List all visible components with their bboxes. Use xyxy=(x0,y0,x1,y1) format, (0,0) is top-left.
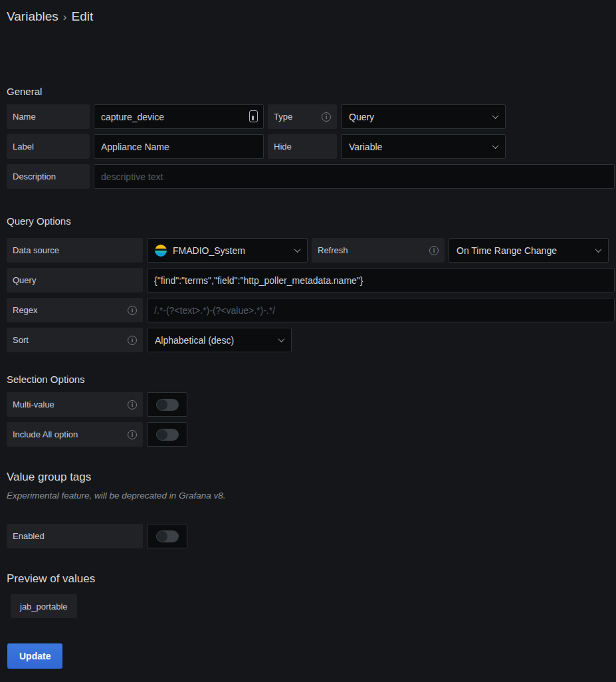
refresh-label: Refresh xyxy=(312,238,445,263)
variables-edit-page: Variables›Edit General Name Type Query L… xyxy=(0,0,616,682)
name-input-wrap xyxy=(94,104,264,129)
multi-value-row: Multi-value xyxy=(7,392,615,417)
breadcrumb: Variables›Edit xyxy=(7,9,615,25)
datasource-refresh-row: Data source FMADIO_System Refresh On Tim… xyxy=(7,238,615,263)
description-row: Description xyxy=(7,164,615,189)
chevron-down-icon xyxy=(595,246,602,253)
query-options-section-title: Query Options xyxy=(7,215,615,227)
preview-value-chip: jab_portable xyxy=(11,594,77,618)
query-input[interactable] xyxy=(147,268,615,292)
description-input-wrap xyxy=(94,164,615,189)
data-source-label: Data source xyxy=(7,238,143,263)
query-label: Query xyxy=(7,268,143,292)
actions-bar: Update xyxy=(7,618,615,669)
chevron-down-icon xyxy=(294,246,301,253)
regex-input[interactable] xyxy=(147,298,615,322)
general-section-title: General xyxy=(7,86,615,98)
description-input[interactable] xyxy=(94,164,615,189)
chevron-down-icon xyxy=(278,336,285,342)
query-row: Query xyxy=(7,268,615,292)
chevron-down-icon xyxy=(492,112,499,119)
sort-row: Sort Alphabetical (desc) xyxy=(7,328,615,352)
label-input-wrap xyxy=(94,134,264,159)
toggle-off-icon xyxy=(156,399,179,411)
type-label: Type xyxy=(268,104,337,129)
regex-row: Regex xyxy=(7,298,615,322)
info-icon[interactable] xyxy=(429,246,439,255)
value-group-tags-title: Value group tags xyxy=(7,471,615,484)
description-label: Description xyxy=(7,164,90,189)
update-button[interactable]: Update xyxy=(7,643,62,669)
info-icon[interactable] xyxy=(128,400,137,409)
refresh-select[interactable]: On Time Range Change xyxy=(449,238,609,263)
regex-label: Regex xyxy=(7,298,143,322)
type-select[interactable]: Query xyxy=(341,104,506,129)
multi-value-toggle[interactable] xyxy=(147,392,187,417)
preview-title: Preview of values xyxy=(7,572,615,586)
enabled-label: Enabled xyxy=(7,524,143,548)
breadcrumb-edit: Edit xyxy=(71,9,93,23)
name-label: Name xyxy=(7,104,90,129)
enabled-toggle[interactable] xyxy=(147,524,187,548)
multi-value-label: Multi-value xyxy=(7,392,143,417)
hide-select[interactable]: Variable xyxy=(341,134,506,159)
elasticsearch-datasource-icon xyxy=(155,245,167,257)
sort-label: Sort xyxy=(7,328,143,352)
value-group-tags-note: Experimental feature, will be deprecated… xyxy=(7,491,615,501)
selection-options-section-title: Selection Options xyxy=(7,374,615,386)
breadcrumb-separator: › xyxy=(63,11,67,23)
breadcrumb-variables-link[interactable]: Variables xyxy=(7,9,58,23)
data-source-select[interactable]: FMADIO_System xyxy=(147,238,308,263)
include-all-label: Include All option xyxy=(7,422,143,447)
include-all-toggle[interactable] xyxy=(147,422,187,447)
info-icon[interactable] xyxy=(322,112,331,122)
name-type-row: Name Type Query xyxy=(7,104,615,129)
label-hide-row: Label Hide Variable xyxy=(7,134,615,159)
autofill-icon xyxy=(249,110,258,122)
sort-select[interactable]: Alphabetical (desc) xyxy=(147,328,292,352)
label-input[interactable] xyxy=(94,134,264,159)
info-icon[interactable] xyxy=(128,336,137,345)
chevron-down-icon xyxy=(492,142,499,149)
include-all-row: Include All option xyxy=(7,422,615,447)
toggle-off-icon xyxy=(156,530,179,542)
toggle-off-icon xyxy=(156,429,179,441)
name-input[interactable] xyxy=(94,104,264,129)
info-icon[interactable] xyxy=(128,306,137,315)
hide-label: Hide xyxy=(268,134,337,159)
info-icon[interactable] xyxy=(128,430,137,439)
regex-input-wrap xyxy=(147,298,615,322)
query-input-wrap xyxy=(147,268,615,292)
enabled-row: Enabled xyxy=(7,524,615,548)
label-label: Label xyxy=(7,134,90,159)
preview-values-list: jab_portable xyxy=(7,586,615,618)
